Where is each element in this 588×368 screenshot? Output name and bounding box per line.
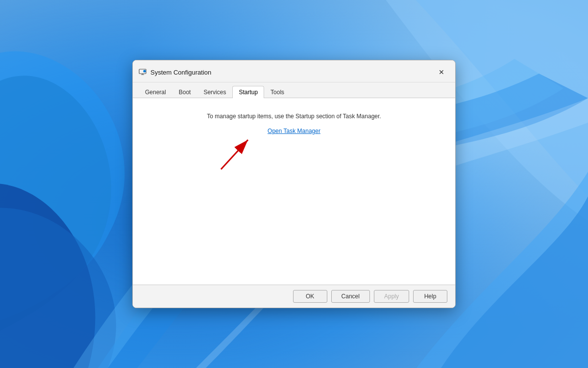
tab-general[interactable]: General [139,86,172,98]
tab-startup[interactable]: Startup [232,86,264,98]
dialog-overlay: System Configuration ✕ General Boot Serv… [0,0,588,368]
open-task-manager-link[interactable]: Open Task Manager [268,128,320,134]
startup-message: To manage startup items, use the Startup… [207,113,381,120]
ok-button[interactable]: OK [293,290,327,303]
svg-line-5 [221,140,248,169]
system-config-dialog: System Configuration ✕ General Boot Serv… [132,60,456,308]
button-bar: OK Cancel Apply Help [133,285,455,308]
close-button[interactable]: ✕ [436,66,447,78]
arrow-annotation [211,128,270,178]
tab-boot[interactable]: Boot [172,86,197,98]
title-bar: System Configuration ✕ [133,60,455,82]
cancel-button[interactable]: Cancel [331,290,370,303]
apply-button[interactable]: Apply [374,290,409,303]
dialog-content: To manage startup items, use the Startup… [133,98,455,285]
tab-bar: General Boot Services Startup Tools [133,82,455,98]
help-button[interactable]: Help [413,290,447,303]
tab-services[interactable]: Services [197,86,232,98]
dialog-icon [139,68,147,76]
dialog-title: System Configuration [150,69,211,76]
title-bar-left: System Configuration [139,68,211,76]
tab-tools[interactable]: Tools [264,86,291,98]
